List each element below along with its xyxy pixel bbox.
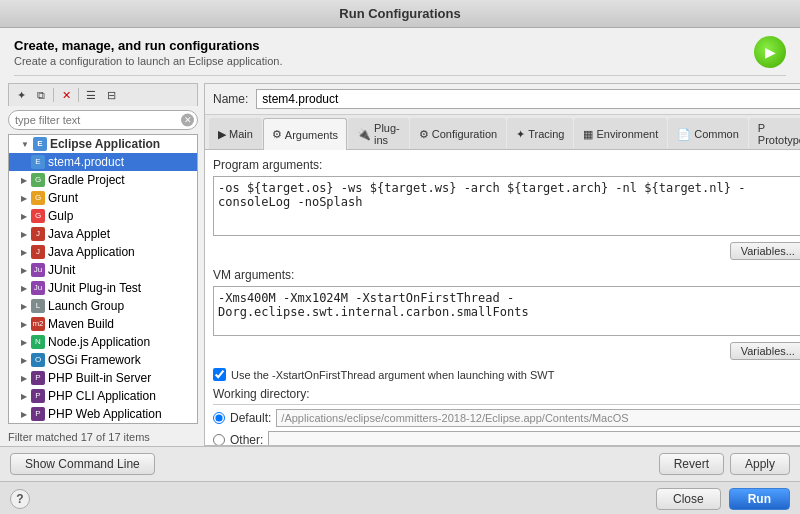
title-label: Run Configurations bbox=[339, 6, 460, 21]
tab-main-label: Main bbox=[229, 128, 253, 140]
program-args-label: Program arguments: bbox=[213, 158, 800, 172]
tab-arguments[interactable]: ⚙ Arguments bbox=[263, 118, 347, 150]
tree-item-grunt[interactable]: ▶ G Grunt bbox=[9, 189, 197, 207]
tree-item-java-applet[interactable]: ▶ J Java Applet bbox=[9, 225, 197, 243]
tree-item-launch-group[interactable]: ▶ L Launch Group bbox=[9, 297, 197, 315]
tree-item-php-server[interactable]: ▶ P PHP Built-in Server bbox=[9, 369, 197, 387]
arrow-icon: ▶ bbox=[21, 374, 27, 383]
new-button[interactable]: ✦ bbox=[12, 87, 30, 103]
close-button[interactable]: Close bbox=[656, 488, 721, 510]
filter-button[interactable]: ☰ bbox=[82, 87, 100, 103]
tree-item-label: PHP Web Application bbox=[48, 407, 162, 421]
main-icon: ▶ bbox=[218, 128, 226, 141]
default-radio[interactable] bbox=[213, 412, 225, 424]
other-wd-input[interactable] bbox=[268, 431, 800, 445]
tree-item-java-application[interactable]: ▶ J Java Application bbox=[9, 243, 197, 261]
arrow-icon: ▼ bbox=[21, 140, 29, 149]
tab-environment-label: Environment bbox=[596, 128, 658, 140]
tree-item-phpunit[interactable]: ▶ P PHPUnit bbox=[9, 423, 197, 424]
tab-prototype-label: P Prototype bbox=[758, 122, 800, 146]
tree-item-label: Java Applet bbox=[48, 227, 110, 241]
help-button[interactable]: ? bbox=[10, 489, 30, 509]
tree-item-label: OSGi Framework bbox=[48, 353, 141, 367]
tree-item-gulp[interactable]: ▶ G Gulp bbox=[9, 207, 197, 225]
search-input[interactable] bbox=[8, 110, 198, 130]
tree-item-label: Launch Group bbox=[48, 299, 124, 313]
other-radio[interactable] bbox=[213, 434, 225, 445]
default-radio-label: Default: bbox=[230, 411, 271, 425]
left-panel: ✦ ⧉ ✕ ☰ ⊟ ✕ ▼ E Eclipse Application bbox=[8, 83, 198, 446]
tab-arguments-label: Arguments bbox=[285, 129, 338, 141]
args-icon: ⚙ bbox=[272, 128, 282, 141]
apply-button[interactable]: Apply bbox=[730, 453, 790, 475]
dialog-footer: ? Close Run bbox=[0, 481, 800, 514]
delete-button[interactable]: ✕ bbox=[57, 87, 75, 103]
duplicate-button[interactable]: ⧉ bbox=[32, 87, 50, 103]
swt-checkbox-row: Use the -XstartOnFirstThread argument wh… bbox=[213, 368, 800, 381]
tab-main[interactable]: ▶ Main bbox=[209, 118, 262, 149]
tab-configuration-label: Configuration bbox=[432, 128, 497, 140]
eclipse-icon: E bbox=[33, 137, 47, 151]
run-button[interactable]: Run bbox=[729, 488, 790, 510]
tree-item-php-cli[interactable]: ▶ P PHP CLI Application bbox=[9, 387, 197, 405]
tree-item-label: stem4.product bbox=[48, 155, 124, 169]
swt-checkbox[interactable] bbox=[213, 368, 226, 381]
php-web-icon: P bbox=[31, 407, 45, 421]
arrow-icon: ▶ bbox=[21, 212, 27, 221]
junit-icon: Ju bbox=[31, 263, 45, 277]
tab-bar: ▶ Main ⚙ Arguments 🔌 Plug-ins ⚙ Configur… bbox=[205, 115, 800, 150]
show-command-line-button[interactable]: Show Command Line bbox=[10, 453, 155, 475]
vm-args-input[interactable]: -Xms400M -Xmx1024M -XstartOnFirstThread … bbox=[213, 286, 800, 336]
default-wd-input[interactable] bbox=[276, 409, 800, 427]
java-icon: J bbox=[31, 227, 45, 241]
config-icon: ⚙ bbox=[419, 128, 429, 141]
vm-variables-button[interactable]: Variables... bbox=[730, 342, 800, 360]
tab-plugins-label: Plug-ins bbox=[374, 122, 400, 146]
tab-prototype[interactable]: P Prototype bbox=[749, 118, 800, 149]
tree-item-gradle[interactable]: ▶ G Gradle Project bbox=[9, 171, 197, 189]
tree-item-osgi[interactable]: ▶ O OSGi Framework bbox=[9, 351, 197, 369]
tree-item-php-web[interactable]: ▶ P PHP Web Application bbox=[9, 405, 197, 423]
tab-common[interactable]: 📄 Common bbox=[668, 118, 748, 149]
revert-button[interactable]: Revert bbox=[659, 453, 724, 475]
filter-status: Filter matched 17 of 17 items bbox=[8, 428, 198, 446]
tab-content: Program arguments: -os ${target.os} -ws … bbox=[205, 150, 800, 445]
osgi-icon: O bbox=[31, 353, 45, 367]
env-icon: ▦ bbox=[583, 128, 593, 141]
tree-item-label: JUnit Plug-in Test bbox=[48, 281, 141, 295]
arrow-icon: ▶ bbox=[21, 266, 27, 275]
tree-item-stem4[interactable]: E stem4.product bbox=[9, 153, 197, 171]
tab-tracing-label: Tracing bbox=[528, 128, 564, 140]
clear-search-button[interactable]: ✕ bbox=[181, 114, 194, 127]
title-bar: Run Configurations bbox=[0, 0, 800, 28]
tree-item-label: PHP CLI Application bbox=[48, 389, 156, 403]
program-args-input[interactable]: -os ${target.os} -ws ${target.ws} -arch … bbox=[213, 176, 800, 236]
php-server-icon: P bbox=[31, 371, 45, 385]
program-variables-button[interactable]: Variables... bbox=[730, 242, 800, 260]
arrow-icon: ▶ bbox=[21, 392, 27, 401]
tab-plugins[interactable]: 🔌 Plug-ins bbox=[348, 118, 409, 149]
tree-item-label: Node.js Application bbox=[48, 335, 150, 349]
tree-item-label: PHP Built-in Server bbox=[48, 371, 151, 385]
run-icon-header: ▶ bbox=[754, 36, 786, 68]
tab-configuration[interactable]: ⚙ Configuration bbox=[410, 118, 506, 149]
name-input[interactable] bbox=[256, 89, 800, 109]
collapse-button[interactable]: ⊟ bbox=[102, 87, 120, 103]
dialog-header: Create, manage, and run configurations C… bbox=[0, 28, 800, 72]
tab-tracing[interactable]: ✦ Tracing bbox=[507, 118, 573, 149]
tab-common-label: Common bbox=[694, 128, 739, 140]
arrow-icon: ▶ bbox=[21, 302, 27, 311]
tree-item-nodejs[interactable]: ▶ N Node.js Application bbox=[9, 333, 197, 351]
tree-item-junit-plugin[interactable]: ▶ Ju JUnit Plug-in Test bbox=[9, 279, 197, 297]
vm-args-label: VM arguments: bbox=[213, 268, 800, 282]
java-app-icon: J bbox=[31, 245, 45, 259]
plugins-icon: 🔌 bbox=[357, 128, 371, 141]
arrow-icon: ▶ bbox=[21, 320, 27, 329]
tree-item-maven[interactable]: ▶ m2 Maven Build bbox=[9, 315, 197, 333]
working-dir-section: Working directory: Default: Other: Works… bbox=[213, 387, 800, 445]
php-cli-icon: P bbox=[31, 389, 45, 403]
junit-plugin-icon: Ju bbox=[31, 281, 45, 295]
tree-item-junit[interactable]: ▶ Ju JUnit bbox=[9, 261, 197, 279]
tree-item-eclipse-application[interactable]: ▼ E Eclipse Application bbox=[9, 135, 197, 153]
tab-environment[interactable]: ▦ Environment bbox=[574, 118, 667, 149]
